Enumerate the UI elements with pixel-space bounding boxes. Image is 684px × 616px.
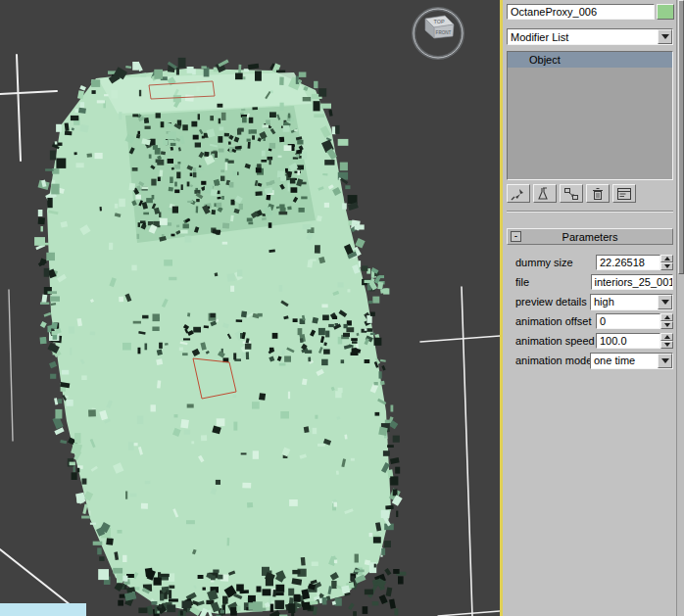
spinner-down-icon[interactable] <box>660 321 673 329</box>
spinner-down-icon[interactable] <box>660 262 673 270</box>
remove-modifier-button[interactable] <box>586 184 610 203</box>
rollout-title: Parameters <box>521 231 659 243</box>
animation-offset-label: animation offset <box>515 315 596 327</box>
preview-details-dropdown[interactable]: high <box>590 294 673 310</box>
modifier-stack-toolbar <box>507 184 674 203</box>
file-label: file <box>515 276 591 288</box>
animation-speed-row: animation speed 100.0 <box>507 331 674 351</box>
animation-offset-input[interactable]: 0 <box>596 313 660 329</box>
animation-speed-input[interactable]: 100.0 <box>596 333 660 349</box>
file-row: file interiors_25_001_1052.oc <box>507 272 674 292</box>
file-input[interactable]: interiors_25_001_1052.oc <box>591 274 674 290</box>
modifier-stack-list[interactable]: Object <box>507 51 673 180</box>
viewcube-top-label: TOP <box>433 19 445 24</box>
dummy-size-input[interactable]: 22.26518 <box>596 255 660 270</box>
animation-mode-dropdown-button[interactable] <box>658 354 672 368</box>
panel-scrollbar[interactable] <box>676 0 684 616</box>
chevron-down-icon <box>661 34 669 39</box>
panel-divider <box>507 211 673 213</box>
dummy-size-spinner[interactable] <box>660 255 673 270</box>
viewcube-front-label: FRONT <box>436 30 452 35</box>
proxy-car-mesh[interactable] <box>34 58 406 616</box>
preview-details-label: preview details <box>515 296 590 308</box>
panel-scrollbar-thumb[interactable] <box>678 0 684 274</box>
configure-modifier-sets-icon <box>616 187 632 201</box>
chevron-down-icon <box>661 358 669 363</box>
modifier-list-dropdown-button[interactable] <box>658 29 672 44</box>
dummy-size-row: dummy size 22.26518 <box>507 253 674 272</box>
animation-mode-dropdown[interactable]: one time <box>590 353 673 369</box>
viewcube[interactable]: TOP FRONT <box>414 9 463 58</box>
modifier-list-dropdown[interactable]: Modifier List <box>507 28 673 45</box>
animation-mode-row: animation mode one time <box>507 351 674 370</box>
show-end-result-button[interactable] <box>533 184 557 203</box>
max-window: TOP FRONT Modifier List Object <box>0 0 684 616</box>
animation-mode-value: one time <box>591 355 658 366</box>
dummy-size-label: dummy size <box>515 257 596 268</box>
animation-speed-label: animation speed <box>515 335 596 347</box>
viewport-bottom-strip <box>0 603 86 616</box>
animation-speed-spinner[interactable] <box>660 333 673 349</box>
remove-modifier-icon <box>590 187 606 201</box>
pin-stack-icon <box>511 187 526 201</box>
stack-item-object[interactable]: Object <box>508 52 672 68</box>
object-color-swatch[interactable] <box>657 4 674 20</box>
pin-stack-button[interactable] <box>507 184 530 203</box>
parameters-rollout-header[interactable]: - Parameters <box>507 228 673 245</box>
show-end-result-icon <box>537 187 553 201</box>
stack-item-label: Object <box>529 54 561 66</box>
spinner-up-icon[interactable] <box>660 333 673 341</box>
rollout-collapse-icon[interactable]: - <box>511 231 521 242</box>
spinner-up-icon[interactable] <box>660 313 673 321</box>
chevron-down-icon <box>661 300 669 305</box>
make-unique-button[interactable] <box>560 184 583 203</box>
preview-details-value: high <box>591 296 658 308</box>
animation-mode-label: animation mode <box>515 355 590 366</box>
viewport-3d[interactable]: TOP FRONT <box>0 0 500 616</box>
command-panel: Modifier List Object <box>503 0 676 616</box>
preview-details-dropdown-button[interactable] <box>658 295 672 309</box>
configure-modifier-sets-button[interactable] <box>612 184 636 203</box>
animation-offset-spinner[interactable] <box>660 313 673 329</box>
modifier-list-label: Modifier List <box>508 31 658 43</box>
parameters-rollout-body: dummy size 22.26518 file interiors_25_00… <box>507 253 674 370</box>
spinner-up-icon[interactable] <box>660 255 673 262</box>
make-unique-icon <box>563 187 579 201</box>
spinner-down-icon[interactable] <box>660 341 673 349</box>
object-name-input[interactable] <box>507 4 655 20</box>
preview-details-row: preview details high <box>507 292 674 311</box>
animation-offset-row: animation offset 0 <box>507 311 674 331</box>
